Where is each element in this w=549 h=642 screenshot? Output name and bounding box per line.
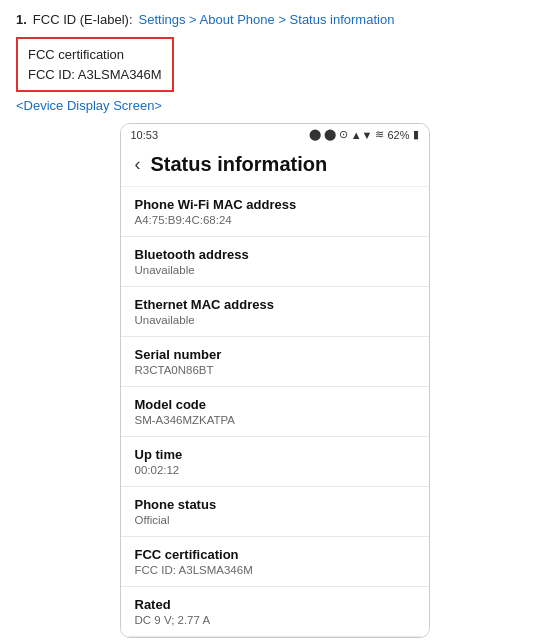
row-label: Phone Wi-Fi MAC address [135,197,415,212]
row-value: Official [135,514,415,526]
row-value: A4:75:B9:4C:68:24 [135,214,415,226]
status-dots: ⬤ ⬤ ⊙ [309,128,348,141]
row-value: R3CTA0N86BT [135,364,415,376]
fcc-certification-box: FCC certification FCC ID: A3LSMA346M [16,37,174,92]
back-button[interactable]: ‹ [135,154,141,175]
table-row: FCC certificationFCC ID: A3LSMA346M [121,537,429,587]
phone-header: ‹ Status information [121,145,429,187]
status-icons: ⬤ ⬤ ⊙ ▲▼ ≋ 62% ▮ [309,128,419,141]
table-row: Phone statusOfficial [121,487,429,537]
row-value: DC 9 V; 2.77 A [135,614,415,626]
row-label: Bluetooth address [135,247,415,262]
row-label: Model code [135,397,415,412]
table-row: Ethernet MAC addressUnavailable [121,287,429,337]
breadcrumb-number: 1. [16,12,27,27]
device-display-link[interactable]: <Device Display Screen> [16,98,533,113]
row-label: FCC certification [135,547,415,562]
breadcrumb-line: 1. FCC ID (E-label): Settings > About Ph… [16,12,533,27]
row-value: 00:02:12 [135,464,415,476]
status-bar: 10:53 ⬤ ⬤ ⊙ ▲▼ ≋ 62% ▮ [121,124,429,145]
fcc-id: FCC ID: A3LSMA346M [28,65,162,85]
table-row: Serial numberR3CTA0N86BT [121,337,429,387]
breadcrumb-link[interactable]: Settings > About Phone > Status informat… [139,12,395,27]
signal-icon: ▲▼ [351,129,373,141]
page-title: Status information [151,153,328,176]
table-row: Up time00:02:12 [121,437,429,487]
table-row: Bluetooth addressUnavailable [121,237,429,287]
row-value: Unavailable [135,264,415,276]
battery-level: 62% [387,129,409,141]
fcc-title: FCC certification [28,45,162,65]
battery-icon: ▮ [413,128,419,141]
row-label: Up time [135,447,415,462]
info-list: Phone Wi-Fi MAC addressA4:75:B9:4C:68:24… [121,187,429,637]
breadcrumb-label: FCC ID (E-label): [33,12,133,27]
table-row: RatedDC 9 V; 2.77 A [121,587,429,637]
wifi-icon: ≋ [375,128,384,141]
row-label: Serial number [135,347,415,362]
row-value: FCC ID: A3LSMA346M [135,564,415,576]
row-label: Ethernet MAC address [135,297,415,312]
row-label: Phone status [135,497,415,512]
status-time: 10:53 [131,129,159,141]
row-label: Rated [135,597,415,612]
table-row: Phone Wi-Fi MAC addressA4:75:B9:4C:68:24 [121,187,429,237]
table-row: Model codeSM-A346MZKATPA [121,387,429,437]
phone-mockup: 10:53 ⬤ ⬤ ⊙ ▲▼ ≋ 62% ▮ ‹ Status informat… [120,123,430,638]
row-value: Unavailable [135,314,415,326]
row-value: SM-A346MZKATPA [135,414,415,426]
